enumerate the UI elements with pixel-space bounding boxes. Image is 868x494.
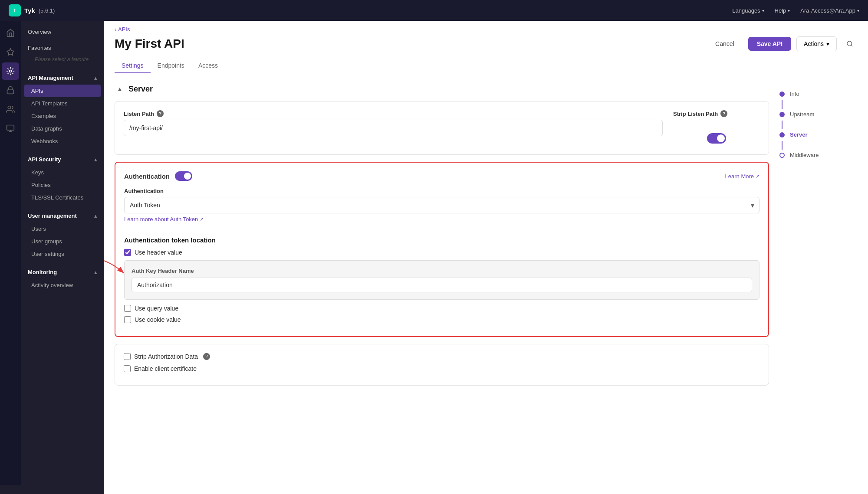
- sidebar-item-data-graphs[interactable]: Data graphs: [21, 122, 104, 135]
- api-title-row: My First API Cancel Save API Actions ▾: [115, 36, 858, 52]
- external-link-icon: ↗: [756, 173, 760, 179]
- strip-listen-path-group: Strip Listen Path ?: [673, 110, 760, 139]
- nav-step-middleware: Middleware: [779, 148, 858, 162]
- content-scroll: ▲ Server Listen Path ?: [104, 73, 868, 494]
- strip-auth-label[interactable]: Strip Authorization Data: [134, 353, 198, 360]
- svg-rect-6: [7, 125, 14, 131]
- auth-type-group: Authentication Auth Token JWT Basic Auth…: [124, 188, 760, 222]
- sidebar-section-monitoring[interactable]: Monitoring ▴: [21, 265, 104, 279]
- strip-auth-row: Strip Authorization Data ?: [124, 353, 760, 360]
- svg-marker-2: [7, 49, 14, 56]
- sidebar-icon-star[interactable]: [2, 43, 19, 61]
- server-card: Listen Path ? Strip Listen Path ?: [115, 101, 769, 155]
- nav-step-label-server[interactable]: Server: [790, 131, 807, 138]
- nav-steps: Info Upstream Server: [779, 87, 858, 162]
- nav-step-label-upstream[interactable]: Upstream: [790, 111, 814, 118]
- use-cookie-label[interactable]: Use cookie value: [135, 316, 181, 323]
- sidebar-item-favorites[interactable]: Favorites: [28, 42, 97, 54]
- enable-cert-checkbox[interactable]: [124, 365, 131, 372]
- actions-button[interactable]: Actions ▾: [796, 36, 837, 51]
- sidebar-section-user-management[interactable]: User management ▴: [21, 209, 104, 222]
- topbar-right: Languages ▾ Help ▾ Ara-Access@Ara.App ▾: [732, 7, 859, 14]
- listen-path-group: Listen Path ?: [124, 110, 663, 139]
- use-header-checkbox[interactable]: [124, 249, 131, 256]
- listen-path-help-icon[interactable]: ?: [157, 110, 164, 117]
- sidebar-item-tls-ssl[interactable]: TLS/SSL Certificates: [21, 191, 104, 204]
- svg-text:T: T: [13, 8, 16, 13]
- help-button[interactable]: Help ▾: [775, 7, 790, 14]
- api-tabs: Settings Endpoints Access: [115, 59, 858, 73]
- sidebar-section-api-management[interactable]: API Management ▴: [21, 71, 104, 85]
- sidebar-item-overview[interactable]: Overview: [21, 24, 104, 39]
- strip-listen-path-help-icon[interactable]: ?: [720, 110, 727, 117]
- sidebar-icon-security[interactable]: [2, 82, 19, 99]
- sidebar-icon-monitoring[interactable]: [2, 120, 19, 137]
- chevron-down-icon: ▾: [826, 40, 829, 47]
- section-header-row: ▲ Server: [115, 84, 769, 94]
- sidebar-section-api-security[interactable]: API Security ▴: [21, 153, 104, 166]
- cancel-button[interactable]: Cancel: [707, 37, 743, 51]
- sidebar-item-apis[interactable]: APIs: [24, 85, 101, 97]
- use-header-label[interactable]: Use header value: [135, 249, 182, 256]
- listen-path-label: Listen Path ?: [124, 110, 663, 117]
- sidebar: Overview Favorites Please select a favor…: [0, 21, 104, 494]
- nav-dot-info: [779, 92, 785, 97]
- svg-rect-4: [7, 90, 14, 94]
- sidebar-item-webhooks[interactable]: Webhooks: [21, 135, 104, 147]
- sidebar-icon-home[interactable]: [2, 24, 19, 42]
- nav-step-label-middleware[interactable]: Middleware: [790, 152, 819, 158]
- chevron-down-icon: ▾: [788, 8, 790, 13]
- use-header-row: Use header value: [124, 249, 760, 256]
- chevron-up-icon: ▴: [94, 156, 97, 163]
- nav-dot-server: [779, 132, 785, 137]
- chevron-up-icon: ▴: [94, 269, 97, 275]
- breadcrumb: ‹ APIs: [115, 26, 858, 33]
- enable-cert-label[interactable]: Enable client certificate: [134, 365, 197, 372]
- use-query-label[interactable]: Use query value: [135, 305, 178, 312]
- sidebar-icon-api[interactable]: [2, 62, 19, 80]
- tab-endpoints[interactable]: Endpoints: [151, 59, 191, 73]
- nav-step-upstream: Upstream: [779, 108, 858, 121]
- chevron-up-icon: ▴: [94, 213, 97, 219]
- sidebar-item-policies[interactable]: Policies: [21, 179, 104, 191]
- auth-type-select[interactable]: Auth Token JWT Basic Auth OAuth2 OpenID …: [124, 197, 760, 213]
- bottom-section: Strip Authorization Data ? Enable client…: [115, 344, 769, 386]
- nav-step-label-info[interactable]: Info: [790, 91, 799, 97]
- strip-auth-help-icon[interactable]: ?: [203, 353, 210, 360]
- svg-point-3: [10, 70, 12, 72]
- user-menu-button[interactable]: Ara-Access@Ara.App ▾: [800, 7, 859, 14]
- sidebar-icon-users[interactable]: [2, 101, 19, 118]
- auth-key-header-input[interactable]: [132, 278, 752, 292]
- authentication-section: Authentication Learn More ↗: [115, 162, 769, 337]
- sidebar-item-examples[interactable]: Examples: [21, 110, 104, 122]
- use-cookie-checkbox[interactable]: [124, 316, 131, 323]
- languages-button[interactable]: Languages ▾: [732, 7, 764, 14]
- page-title: My First API: [115, 37, 184, 51]
- breadcrumb-apis-link[interactable]: APIs: [118, 26, 130, 33]
- form-area: ▲ Server Listen Path ?: [115, 84, 769, 484]
- nav-dot-upstream: [779, 112, 785, 117]
- strip-listen-path-toggle[interactable]: [707, 133, 726, 144]
- nav-step-info: Info: [779, 87, 858, 101]
- sidebar-item-activity-overview[interactable]: Activity overview: [21, 279, 104, 291]
- chevron-up-icon: ▴: [94, 75, 97, 81]
- learn-more-link[interactable]: Learn More ↗: [725, 173, 760, 180]
- auth-token-location-title: Authentication token location: [124, 236, 760, 244]
- sidebar-item-user-settings[interactable]: User settings: [21, 248, 104, 260]
- sidebar-item-user-groups[interactable]: User groups: [21, 235, 104, 248]
- sidebar-item-keys[interactable]: Keys: [21, 166, 104, 179]
- learn-more-auth-token-link[interactable]: Learn more about Auth Token ↗: [124, 216, 760, 222]
- sidebar-item-api-templates[interactable]: API Templates: [21, 97, 104, 110]
- use-query-checkbox[interactable]: [124, 305, 131, 312]
- strip-auth-checkbox[interactable]: [124, 353, 131, 360]
- collapse-server-button[interactable]: ▲: [115, 84, 125, 94]
- tab-settings[interactable]: Settings: [115, 59, 151, 73]
- save-api-button[interactable]: Save API: [748, 37, 791, 51]
- sidebar-item-users[interactable]: Users: [21, 222, 104, 235]
- auth-enabled-toggle[interactable]: [175, 171, 192, 181]
- auth-header-row: Authentication Learn More ↗: [124, 171, 760, 181]
- tab-access[interactable]: Access: [191, 59, 225, 73]
- search-button[interactable]: [842, 36, 858, 52]
- listen-path-row: Listen Path ? Strip Listen Path ?: [124, 110, 760, 139]
- listen-path-input[interactable]: [124, 120, 663, 136]
